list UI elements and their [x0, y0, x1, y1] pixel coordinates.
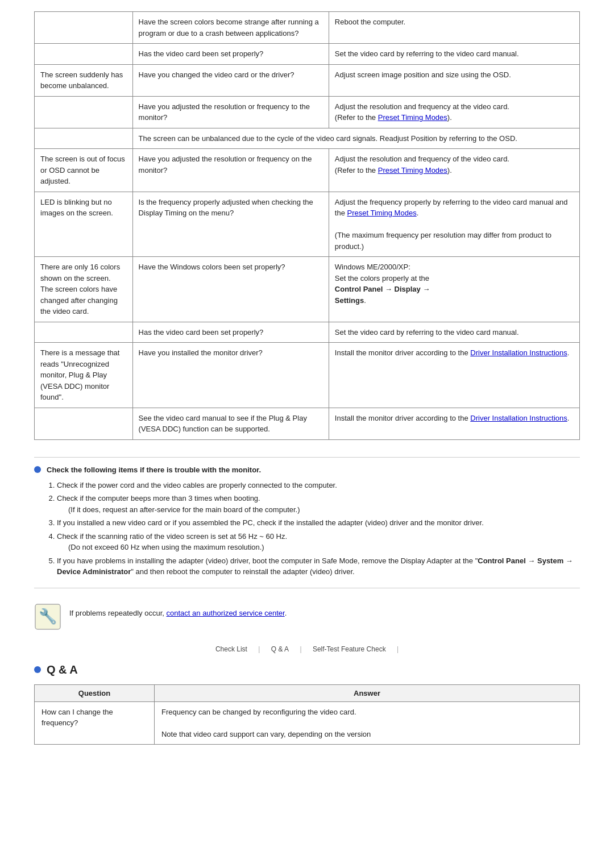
- table-row: The screen is out of focus or OSD cannot…: [35, 149, 580, 192]
- qa-table: Question Answer How can I change the fre…: [34, 684, 580, 745]
- table-row: Have the screen colors become strange af…: [35, 12, 580, 44]
- check-cell: Is the frequency properly adjusted when …: [132, 192, 329, 257]
- tab-qa[interactable]: Q & A: [271, 645, 289, 653]
- problem-cell: [35, 12, 133, 44]
- check-cell: Have you installed the monitor driver?: [132, 343, 329, 408]
- check-cell: Have you changed the video card or the d…: [132, 64, 329, 96]
- qa-title: Q & A: [47, 663, 78, 676]
- table-row: Has the video card been set properly? Se…: [35, 44, 580, 65]
- blue-dot-icon: [34, 466, 41, 473]
- table-row: Have you adjusted the resolution or freq…: [35, 96, 580, 128]
- check-cell: Have you adjusted the resolution or freq…: [132, 96, 329, 128]
- problem-cell: The screen is out of focus or OSD cannot…: [35, 149, 133, 192]
- problem-cell: The screen suddenly has become unbalance…: [35, 64, 133, 96]
- list-item: Check if the computer beeps more than 3 …: [57, 493, 580, 515]
- solution-cell: Adjust screen image position and size us…: [329, 64, 579, 96]
- check-cell: Has the video card been set properly?: [132, 44, 329, 65]
- qa-section: Q & A Question Answer How can I change t…: [34, 663, 580, 745]
- check-cell: Have you adjusted the resolution or freq…: [132, 149, 329, 192]
- tab-self-test[interactable]: Self-Test Feature Check: [313, 645, 386, 653]
- solution-cell: Reboot the computer.: [329, 12, 579, 44]
- check-cell: See the video card manual to see if the …: [132, 408, 329, 439]
- solution-cell: Adjust the resolution and frequency at t…: [329, 96, 579, 128]
- table-row: See the video card manual to see if the …: [35, 408, 580, 439]
- list-item: If you have problems in installing the a…: [57, 555, 580, 578]
- separator3: |: [397, 645, 399, 653]
- solution-cell: Set the video card by referring to the v…: [329, 322, 579, 343]
- solution-cell: Install the monitor driver according to …: [329, 343, 579, 408]
- warning-icon: 🔧: [34, 603, 61, 630]
- preset-timing-link[interactable]: Preset Timing Modes: [378, 113, 447, 122]
- table-row: There are only 16 colors shown on the sc…: [35, 257, 580, 322]
- solution-cell: Install the monitor driver according to …: [329, 408, 579, 439]
- blue-dot-icon-qa: [34, 666, 41, 673]
- check-cell: Has the video card been set properly?: [132, 322, 329, 343]
- preset-timing-link3[interactable]: Preset Timing Modes: [347, 209, 417, 217]
- service-center-link[interactable]: contact an authorized service center: [167, 609, 285, 617]
- driver-instructions-link1[interactable]: Driver Installation Instructions: [470, 348, 567, 357]
- tab-check-list[interactable]: Check List: [215, 645, 247, 653]
- table-row: LED is blinking but no images on the scr…: [35, 192, 580, 257]
- problem-cell: [35, 408, 133, 439]
- qa-answer: Frequency can be changed by reconfigurin…: [154, 701, 579, 745]
- check-section: Check the following items if there is tr…: [34, 457, 580, 588]
- problem-cell: [35, 96, 133, 128]
- solution-cell: Windows ME/2000/XP:Set the colors proper…: [329, 257, 579, 322]
- check-cell: Have the screen colors become strange af…: [132, 12, 329, 44]
- problem-cell: There is a message that reads "Unrecogni…: [35, 343, 133, 408]
- qa-header: Q & A: [34, 663, 580, 676]
- page: Have the screen colors become strange af…: [0, 0, 614, 767]
- problem-cell: There are only 16 colors shown on the sc…: [35, 257, 133, 322]
- warning-text: If problems repeatedly occur, contact an…: [69, 603, 287, 619]
- preset-timing-link2[interactable]: Preset Timing Modes: [378, 166, 447, 175]
- qa-col-question: Question: [35, 684, 155, 701]
- solution-cell: Set the video card by referring to the v…: [329, 44, 579, 65]
- list-item: If you installed a new video card or if …: [57, 517, 580, 529]
- list-item: Check if the power cord and the video ca…: [57, 480, 580, 491]
- qa-question: How can I change the frequency?: [35, 701, 155, 745]
- problem-cell: [35, 128, 133, 149]
- list-item: Check if the scanning ratio of the video…: [57, 531, 580, 553]
- driver-instructions-link2[interactable]: Driver Installation Instructions: [470, 414, 567, 422]
- svg-text:🔧: 🔧: [39, 607, 57, 625]
- qa-header-row: Question Answer: [35, 684, 580, 701]
- solution-cell: Adjust the frequency properly by referri…: [329, 192, 579, 257]
- table-row: The screen suddenly has become unbalance…: [35, 64, 580, 96]
- problem-cell: LED is blinking but no images on the scr…: [35, 192, 133, 257]
- check-list: Check if the power cord and the video ca…: [51, 480, 580, 578]
- separator2: |: [300, 645, 301, 653]
- check-cell: Have the Windows colors been set properl…: [132, 257, 329, 322]
- table-row: There is a message that reads "Unrecogni…: [35, 343, 580, 408]
- problem-cell: [35, 322, 133, 343]
- check-cell-wide: The screen can be unbalanced due to the …: [132, 128, 579, 149]
- qa-row: How can I change the frequency? Frequenc…: [35, 701, 580, 745]
- table-row: The screen can be unbalanced due to the …: [35, 128, 580, 149]
- solution-cell: Adjust the resolution and frequency of t…: [329, 149, 579, 192]
- problem-cell: [35, 44, 133, 65]
- check-header: Check the following items if there is tr…: [34, 466, 580, 474]
- warning-box: 🔧 If problems repeatedly occur, contact …: [34, 599, 580, 635]
- check-header-text: Check the following items if there is tr…: [47, 466, 261, 474]
- trouble-table: Have the screen colors become strange af…: [34, 11, 580, 440]
- qa-col-answer: Answer: [154, 684, 579, 701]
- nav-tabs: Check List | Q & A | Self-Test Feature C…: [34, 645, 580, 653]
- table-row: Has the video card been set properly? Se…: [35, 322, 580, 343]
- separator1: |: [258, 645, 260, 653]
